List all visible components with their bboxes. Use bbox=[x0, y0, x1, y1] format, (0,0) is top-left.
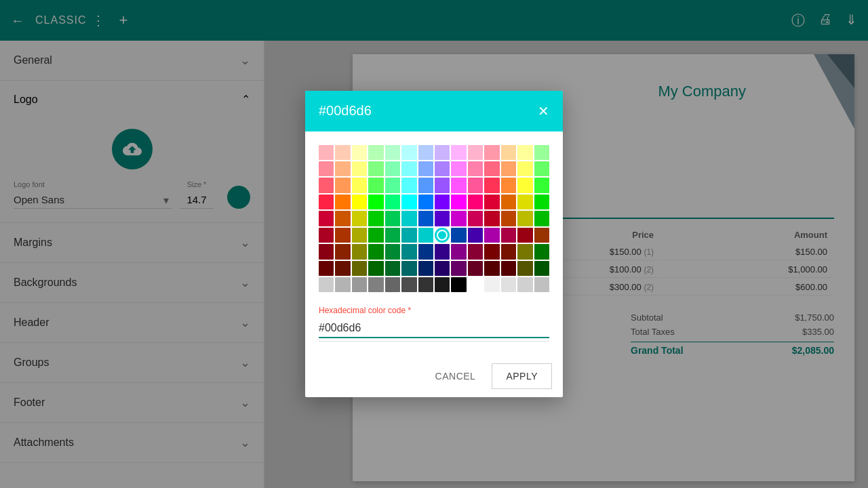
color-cell[interactable] bbox=[435, 211, 450, 226]
color-cell[interactable] bbox=[468, 145, 483, 160]
color-cell[interactable] bbox=[484, 211, 499, 226]
color-cell[interactable] bbox=[385, 277, 400, 292]
color-cell[interactable] bbox=[484, 161, 499, 176]
color-cell[interactable] bbox=[418, 145, 433, 160]
color-cell[interactable] bbox=[534, 145, 549, 160]
color-cell[interactable] bbox=[401, 211, 416, 226]
color-cell[interactable] bbox=[368, 228, 383, 243]
color-cell[interactable] bbox=[468, 261, 483, 276]
color-cell[interactable] bbox=[319, 244, 334, 259]
color-cell[interactable] bbox=[401, 178, 416, 192]
color-cell[interactable] bbox=[468, 161, 483, 176]
color-cell[interactable] bbox=[517, 244, 532, 259]
color-cell[interactable] bbox=[352, 178, 367, 192]
color-cell[interactable] bbox=[451, 178, 466, 192]
color-cell[interactable] bbox=[435, 178, 450, 192]
color-cell[interactable] bbox=[484, 228, 499, 243]
color-cell[interactable] bbox=[517, 145, 532, 160]
color-cell[interactable] bbox=[368, 195, 383, 209]
color-cell[interactable] bbox=[418, 228, 433, 243]
color-cell[interactable] bbox=[435, 261, 450, 276]
color-cell[interactable] bbox=[484, 244, 499, 259]
color-cell[interactable] bbox=[352, 277, 367, 292]
color-cell[interactable] bbox=[418, 178, 433, 192]
color-cell[interactable] bbox=[352, 161, 367, 176]
color-cell[interactable] bbox=[468, 178, 483, 192]
color-cell[interactable] bbox=[368, 277, 383, 292]
close-button[interactable]: ✕ bbox=[538, 103, 549, 119]
color-cell[interactable] bbox=[435, 277, 450, 292]
color-cell[interactable] bbox=[335, 228, 350, 243]
color-cell[interactable] bbox=[451, 228, 466, 243]
color-cell[interactable] bbox=[335, 244, 350, 259]
color-cell[interactable] bbox=[335, 161, 350, 176]
color-cell[interactable] bbox=[484, 277, 499, 292]
color-cell[interactable] bbox=[368, 178, 383, 192]
color-cell[interactable] bbox=[319, 211, 334, 226]
color-cell[interactable] bbox=[319, 277, 334, 292]
color-cell[interactable] bbox=[484, 195, 499, 209]
color-cell[interactable] bbox=[335, 145, 350, 160]
color-cell[interactable] bbox=[451, 161, 466, 176]
color-cell[interactable] bbox=[401, 195, 416, 209]
color-cell[interactable] bbox=[319, 261, 334, 276]
color-cell[interactable] bbox=[335, 211, 350, 226]
color-cell[interactable] bbox=[418, 244, 433, 259]
color-cell[interactable] bbox=[501, 195, 516, 209]
color-cell[interactable] bbox=[385, 244, 400, 259]
color-cell[interactable] bbox=[319, 195, 334, 209]
color-cell[interactable] bbox=[534, 228, 549, 243]
color-cell[interactable] bbox=[451, 211, 466, 226]
color-cell[interactable] bbox=[435, 195, 450, 209]
color-cell[interactable] bbox=[435, 244, 450, 259]
color-cell[interactable] bbox=[517, 261, 532, 276]
color-cell[interactable] bbox=[401, 277, 416, 292]
color-cell[interactable] bbox=[418, 195, 433, 209]
color-cell[interactable] bbox=[385, 261, 400, 276]
color-cell[interactable] bbox=[517, 161, 532, 176]
color-cell[interactable] bbox=[517, 277, 532, 292]
color-cell[interactable] bbox=[451, 261, 466, 276]
color-cell[interactable] bbox=[501, 261, 516, 276]
color-cell[interactable] bbox=[368, 145, 383, 160]
color-cell[interactable] bbox=[435, 161, 450, 176]
color-cell[interactable] bbox=[484, 178, 499, 192]
color-cell[interactable] bbox=[435, 145, 450, 160]
color-cell[interactable] bbox=[352, 228, 367, 243]
color-cell[interactable] bbox=[534, 178, 549, 192]
color-cell[interactable] bbox=[501, 145, 516, 160]
color-cell[interactable] bbox=[319, 161, 334, 176]
color-cell[interactable] bbox=[468, 195, 483, 209]
color-cell[interactable] bbox=[534, 195, 549, 209]
color-cell[interactable] bbox=[401, 244, 416, 259]
color-cell[interactable] bbox=[335, 277, 350, 292]
color-cell[interactable] bbox=[484, 145, 499, 160]
color-cell[interactable] bbox=[368, 161, 383, 176]
color-cell[interactable] bbox=[501, 211, 516, 226]
color-cell[interactable] bbox=[468, 228, 483, 243]
color-cell[interactable] bbox=[451, 244, 466, 259]
color-cell[interactable] bbox=[451, 277, 466, 292]
color-cell[interactable] bbox=[335, 261, 350, 276]
modal-overlay[interactable]: #00d6d6 ✕ Hexadecimal color code * CANCE… bbox=[0, 0, 868, 488]
color-cell[interactable] bbox=[401, 228, 416, 243]
color-cell[interactable] bbox=[517, 195, 532, 209]
color-cell[interactable] bbox=[335, 195, 350, 209]
color-cell[interactable] bbox=[534, 261, 549, 276]
color-cell[interactable] bbox=[319, 178, 334, 192]
color-cell[interactable] bbox=[501, 244, 516, 259]
color-cell[interactable] bbox=[468, 277, 483, 292]
color-cell[interactable] bbox=[517, 228, 532, 243]
color-cell[interactable] bbox=[352, 211, 367, 226]
color-cell[interactable] bbox=[435, 228, 450, 243]
color-cell[interactable] bbox=[368, 211, 383, 226]
color-cell[interactable] bbox=[401, 261, 416, 276]
color-cell[interactable] bbox=[401, 161, 416, 176]
color-cell[interactable] bbox=[352, 261, 367, 276]
color-cell[interactable] bbox=[534, 277, 549, 292]
color-cell[interactable] bbox=[468, 211, 483, 226]
color-cell[interactable] bbox=[352, 244, 367, 259]
color-cell[interactable] bbox=[335, 178, 350, 192]
color-cell[interactable] bbox=[534, 161, 549, 176]
color-cell[interactable] bbox=[385, 195, 400, 209]
